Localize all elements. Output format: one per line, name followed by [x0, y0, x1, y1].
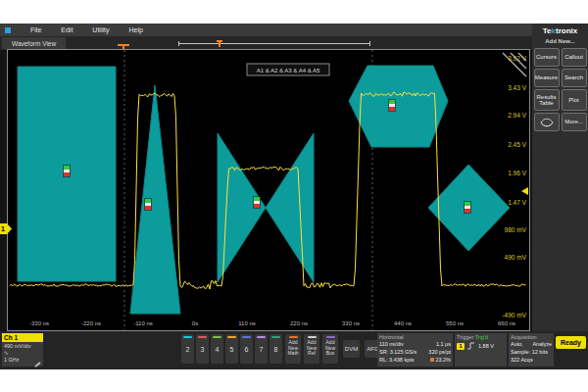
- voltage-axis-label: 2.45 V: [508, 141, 526, 148]
- area-badge-a5: [464, 201, 471, 214]
- channel-number-label: 4: [216, 346, 220, 353]
- channel-button-7[interactable]: 7: [255, 334, 268, 364]
- tektronix-logo: Tektronix: [532, 26, 588, 35]
- time-axis-label: 550 ns: [446, 320, 464, 326]
- channel-color-bar: [183, 336, 192, 338]
- horizontal-badge[interactable]: Horizontal 110 ns/div1.1 µsSR: 3.125 GS/…: [377, 333, 453, 367]
- acquisition-count: 322 Acqs: [511, 356, 552, 364]
- voltage-axis-label: 3.43 V: [508, 84, 526, 91]
- channel-number-label: 7: [260, 346, 264, 353]
- sidebar-button-results-table[interactable]: Results Table: [534, 89, 560, 111]
- menu-item-help[interactable]: Help: [128, 26, 142, 33]
- eye-diagram-icon[interactable]: [534, 113, 560, 131]
- acquisition-sample: Sample: 12 bits: [511, 348, 552, 356]
- voltage-axis-label: 1.96 V: [508, 170, 526, 176]
- time-axis-label: 660 ns: [498, 320, 515, 326]
- add-new-bus-color-bar: [326, 336, 335, 338]
- channel1-badge-title: Ch 1: [2, 333, 43, 342]
- voltage-axis-label: 2.94 V: [508, 112, 526, 119]
- waveform-display[interactable]: A1 & A2 & A3 & A4 & A53.92 V3.43 V2.94 V…: [7, 49, 530, 331]
- channel-button-row: 2345678AddNewMathAddNewRefAddNewBusDVMAF…: [181, 334, 381, 364]
- area-badge-a1: [63, 165, 71, 177]
- time-axis-label: -330 ns: [29, 320, 49, 326]
- horizontal-row-1: 110 ns/div1.1 µs: [379, 340, 451, 348]
- visual-trigger-area-a3[interactable]: [218, 133, 314, 282]
- add-new-ref-button[interactable]: AddNewRef: [304, 334, 319, 364]
- sidebar-button-search[interactable]: Search: [562, 69, 587, 87]
- channel-button-5[interactable]: 5: [225, 334, 238, 364]
- channel-button-2[interactable]: 2: [181, 334, 194, 364]
- sidebar-button-measure[interactable]: Measure: [534, 69, 560, 87]
- menu-item-edit[interactable]: Edit: [61, 26, 73, 33]
- corner-grabber-icon[interactable]: [503, 53, 526, 76]
- add-new-math-label: AddNewMath: [287, 340, 298, 357]
- menu-item-utility[interactable]: Utility: [92, 26, 109, 33]
- trigger-position-handle[interactable]: [217, 40, 222, 47]
- area-badge-a3: [253, 196, 261, 209]
- channel-color-bar: [242, 336, 251, 338]
- trigger-status: Trig'd: [475, 334, 488, 340]
- horizontal-position-rail[interactable]: [178, 42, 370, 45]
- channel-color-bar: [198, 336, 207, 338]
- voltage-axis-label: -490 mV: [502, 312, 526, 318]
- time-axis-label: 110 ns: [238, 320, 256, 326]
- time-axis-label: 220 ns: [290, 320, 308, 326]
- coupling-icon: ∿: [4, 350, 41, 357]
- channel-button-3[interactable]: 3: [196, 334, 209, 364]
- trigger-badge[interactable]: Trigger Trig'd 1 1.88 V: [455, 333, 507, 367]
- tab-waveform-view[interactable]: Waveform View: [2, 37, 66, 49]
- add-new-bus-label: AddNewBus: [325, 340, 335, 357]
- menu-item-file[interactable]: File: [30, 26, 41, 33]
- menu-bar-items: FileEditUtilityHelp: [30, 26, 143, 33]
- bottom-bar: Ch 1 490 mV/div ∿ 1 GHz 2345678AddNewMat…: [0, 331, 588, 369]
- trigger-source-badge: 1: [457, 343, 465, 350]
- voltage-axis-label: 980 mV: [505, 226, 527, 233]
- fastacq-swatch: [430, 358, 434, 362]
- voltage-axis-label: 1.47 V: [508, 199, 526, 206]
- menu-bar: FileEditUtilityHelp: [0, 24, 588, 36]
- acquisition-analyze-link[interactable]: Analyze: [532, 340, 552, 348]
- add-new-math-button[interactable]: AddNewMath: [285, 334, 301, 364]
- time-axis-label: -220 ns: [81, 320, 101, 326]
- app-icon: [5, 27, 11, 33]
- visual-trigger-condition-badge[interactable]: A1 & A2 & A3 & A4 & A5: [247, 64, 329, 75]
- channel-button-4[interactable]: 4: [211, 334, 223, 364]
- rising-edge-icon: [467, 342, 475, 350]
- add-new-math-color-bar: [289, 336, 298, 338]
- sidebar-button-cursors[interactable]: Cursors: [534, 48, 560, 67]
- add-new-ref-color-bar: [308, 336, 317, 338]
- channel-number-label: 6: [245, 346, 249, 353]
- channel-number-label: 3: [201, 346, 205, 353]
- add-new-ref-label: AddNewRef: [307, 340, 317, 357]
- trigger-title: Trigger Trig'd: [457, 334, 505, 340]
- oscilloscope-window: FileEditUtilityHelp Waveform View A1 & A…: [0, 24, 588, 369]
- channel-color-bar: [271, 336, 280, 338]
- channel-number-label: 2: [186, 346, 190, 353]
- visual-trigger-area-a4[interactable]: [349, 66, 448, 147]
- area-badge-a4: [388, 99, 396, 112]
- graticule: A1 & A2 & A3 & A4 & A53.92 V3.43 V2.94 V…: [8, 50, 529, 330]
- channel-color-bar: [257, 336, 266, 338]
- dvm-button[interactable]: DVM: [343, 340, 360, 358]
- sidebar-button-more[interactable]: More...: [562, 113, 587, 131]
- rail-left-tick: [178, 41, 179, 46]
- horizontal-row-3: RL: 3.438 kpts23.2%: [379, 356, 451, 364]
- time-axis-label: -110 ns: [133, 320, 153, 326]
- time-axis-label: 330 ns: [342, 320, 360, 326]
- channel1-bandwidth: 1 GHz: [4, 357, 41, 364]
- sidebar-button-plot[interactable]: Plot: [562, 89, 587, 111]
- channel-number-label: 8: [274, 346, 278, 353]
- channel-button-6[interactable]: 6: [240, 334, 253, 364]
- channel1-badge[interactable]: Ch 1 490 mV/div ∿ 1 GHz: [2, 333, 43, 367]
- time-axis-label: 440 ns: [394, 320, 412, 326]
- sidebar-button-callout[interactable]: Callout: [562, 48, 587, 67]
- trigger-level-marker[interactable]: [521, 187, 528, 195]
- add-new-bus-button[interactable]: AddNewBus: [322, 334, 338, 364]
- acquisition-mode: Auto,: [511, 340, 523, 348]
- channel-color-bar: [227, 336, 236, 338]
- add-new-label: Add New...: [532, 38, 588, 44]
- ready-status-badge: Ready: [556, 336, 586, 349]
- channel-color-bar: [213, 336, 221, 338]
- acquisition-badge[interactable]: Acquisition Auto, Analyze Sample: 12 bit…: [509, 333, 554, 367]
- channel-button-8[interactable]: 8: [270, 334, 282, 364]
